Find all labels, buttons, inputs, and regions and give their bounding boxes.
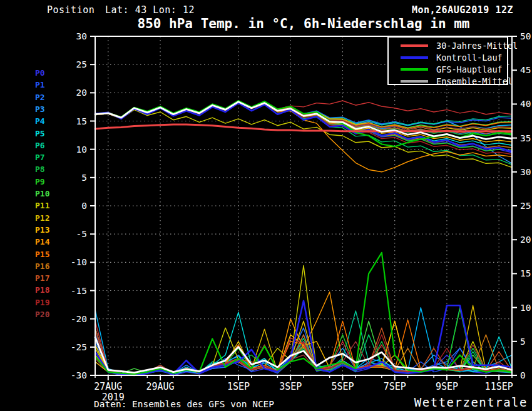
member-label-P7: P7 xyxy=(35,153,63,162)
member-label-P9: P9 xyxy=(35,178,63,186)
x-tick-label: 3SEP xyxy=(279,381,302,392)
member-label-P6: P6 xyxy=(35,141,63,150)
page-title: 850 hPa Temp. in °C, 6h-Niederschlag in … xyxy=(95,16,512,31)
member-label-P12: P12 xyxy=(35,214,63,223)
legend-swatch-icon xyxy=(401,68,428,71)
member-label-P15: P15 xyxy=(35,250,63,259)
right-tick-label: 20 xyxy=(520,235,531,245)
legend-box: 30-Jahres-MittelKontroll-LaufGFS-Hauptla… xyxy=(387,36,508,85)
member-label-P19: P19 xyxy=(35,298,63,307)
left-tick-label: -20 xyxy=(71,314,87,324)
brand-wordmark: Wetterzentrale xyxy=(414,395,528,409)
x-tick-label: 7SEP xyxy=(384,381,406,392)
legend-label: Kontroll-Lauf xyxy=(436,53,503,63)
right-tick-label: 10 xyxy=(520,303,531,313)
position-label: Position xyxy=(47,4,95,16)
member-label-P16: P16 xyxy=(35,262,63,271)
legend-swatch-icon xyxy=(401,44,428,47)
run-datetime: Mon,26AUG2019 12Z xyxy=(412,4,513,16)
member-label-P8: P8 xyxy=(35,165,63,174)
left-tick-label: 5 xyxy=(81,173,87,183)
member-P7-temp-line xyxy=(95,103,512,165)
x-tick-label: 1SEP xyxy=(227,381,250,392)
legend-row-2: GFS-Hauptlauf xyxy=(389,64,507,75)
x-tick-label: 5SEP xyxy=(331,381,354,392)
legend-label: 30-Jahres-Mittel xyxy=(436,41,518,51)
member-label-P5: P5 xyxy=(35,129,63,138)
left-tick-label: 25 xyxy=(76,59,87,69)
left-tick-label: 0 xyxy=(81,201,87,211)
member-label-P18: P18 xyxy=(35,286,63,295)
right-tick-label: 0 xyxy=(520,370,526,380)
legend-row-0: 30-Jahres-Mittel xyxy=(389,40,507,51)
right-tick-label: 25 xyxy=(520,201,531,211)
right-tick-label: 40 xyxy=(520,99,531,109)
left-tick-label: -30 xyxy=(71,370,87,380)
member-label-P17: P17 xyxy=(35,274,63,283)
data-source-credit: Daten: Ensembles des GFS von NCEP xyxy=(94,399,274,409)
right-tick-label: 50 xyxy=(520,31,531,41)
right-tick-label: 30 xyxy=(520,167,531,177)
legend-swatch-icon xyxy=(401,80,428,83)
x-tick-label: 11SEP xyxy=(485,381,513,392)
member-label-P3: P3 xyxy=(35,105,63,114)
left-tick-label: -5 xyxy=(76,229,87,239)
x-tick-label: 9SEP xyxy=(436,381,458,392)
legend-swatch-icon xyxy=(401,56,428,59)
member-label-P11: P11 xyxy=(35,201,63,210)
plot-frame xyxy=(95,36,512,375)
member-label-P20: P20 xyxy=(35,310,63,319)
x-tick-label: 27AUG xyxy=(94,381,122,392)
right-tick-label: 45 xyxy=(520,65,531,75)
x-tick-label: 29AUG xyxy=(146,381,174,392)
right-tick-label: 15 xyxy=(520,268,531,278)
left-tick-label: 10 xyxy=(76,145,87,155)
legend-row-3: Ensemble-Mittel xyxy=(389,76,507,87)
member-label-P13: P13 xyxy=(35,226,63,235)
left-tick-label: 20 xyxy=(76,88,87,98)
right-tick-label: 35 xyxy=(520,133,531,143)
left-tick-label: 30 xyxy=(76,31,87,41)
member-label-P4: P4 xyxy=(35,117,63,126)
left-tick-label: 15 xyxy=(76,116,87,126)
member-label-P10: P10 xyxy=(35,190,63,198)
left-tick-label: -25 xyxy=(71,342,87,352)
left-tick-label: -15 xyxy=(71,286,87,296)
legend-row-1: Kontroll-Lauf xyxy=(389,52,507,63)
meteogram-page: -30-25-20-15-10-505101520253005101520253… xyxy=(0,0,532,411)
member-label-P0: P0 xyxy=(35,69,63,78)
member-label-P2: P2 xyxy=(35,93,63,102)
legend-label: Ensemble-Mittel xyxy=(436,76,513,86)
legend-label: GFS-Hauptlauf xyxy=(436,64,503,74)
member-label-P1: P1 xyxy=(35,81,63,89)
right-tick-label: 5 xyxy=(520,337,526,347)
left-tick-label: -10 xyxy=(71,257,87,267)
lat-lon-value: Lat: 43 Lon: 12 xyxy=(105,4,195,16)
member-label-P14: P14 xyxy=(35,238,63,246)
